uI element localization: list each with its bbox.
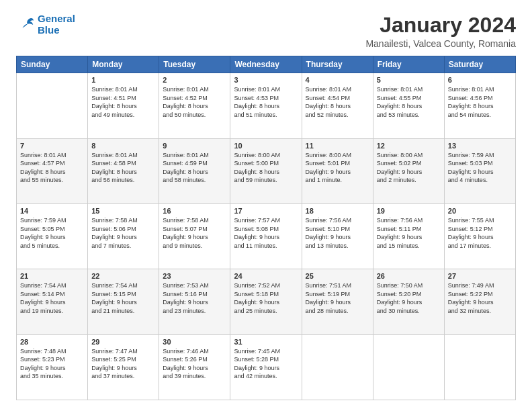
- day-cell: 22Sunrise: 7:54 AM Sunset: 5:15 PM Dayli…: [88, 269, 159, 334]
- day-cell: 15Sunrise: 7:58 AM Sunset: 5:06 PM Dayli…: [88, 203, 159, 269]
- calendar-body: 1Sunrise: 8:01 AM Sunset: 4:51 PM Daylig…: [17, 73, 516, 400]
- day-cell: 10Sunrise: 8:00 AM Sunset: 5:00 PM Dayli…: [230, 138, 302, 203]
- day-cell: 13Sunrise: 7:59 AM Sunset: 5:03 PM Dayli…: [444, 138, 515, 203]
- day-number: 14: [20, 207, 84, 215]
- week-row-1: 7Sunrise: 8:01 AM Sunset: 4:57 PM Daylig…: [17, 138, 516, 203]
- day-number: 18: [306, 207, 369, 215]
- day-number: 20: [448, 207, 512, 215]
- day-info: Sunrise: 8:01 AM Sunset: 4:52 PM Dayligh…: [163, 85, 226, 119]
- day-info: Sunrise: 7:57 AM Sunset: 5:08 PM Dayligh…: [234, 216, 298, 250]
- day-cell: 29Sunrise: 7:47 AM Sunset: 5:25 PM Dayli…: [88, 334, 159, 400]
- day-number: 28: [20, 338, 84, 346]
- day-number: 26: [377, 272, 441, 280]
- day-number: 1: [91, 76, 155, 84]
- page: General Blue January 2024 Manailesti, Va…: [0, 0, 532, 411]
- day-number: 25: [306, 272, 369, 280]
- day-info: Sunrise: 8:01 AM Sunset: 4:59 PM Dayligh…: [163, 151, 226, 185]
- day-info: Sunrise: 8:00 AM Sunset: 5:00 PM Dayligh…: [234, 151, 298, 185]
- day-cell: 4Sunrise: 8:01 AM Sunset: 4:54 PM Daylig…: [302, 73, 373, 138]
- day-info: Sunrise: 7:56 AM Sunset: 5:11 PM Dayligh…: [377, 216, 441, 250]
- day-cell: 19Sunrise: 7:56 AM Sunset: 5:11 PM Dayli…: [373, 203, 444, 269]
- day-info: Sunrise: 7:56 AM Sunset: 5:10 PM Dayligh…: [306, 216, 369, 250]
- logo-icon: [16, 15, 35, 34]
- day-cell: 16Sunrise: 7:58 AM Sunset: 5:07 PM Dayli…: [159, 203, 230, 269]
- day-number: 8: [91, 142, 155, 150]
- location: Manailesti, Valcea County, Romania: [365, 38, 516, 49]
- day-cell: 24Sunrise: 7:52 AM Sunset: 5:18 PM Dayli…: [230, 269, 302, 334]
- header: General Blue January 2024 Manailesti, Va…: [16, 13, 516, 49]
- day-info: Sunrise: 7:47 AM Sunset: 5:25 PM Dayligh…: [91, 347, 155, 381]
- day-info: Sunrise: 8:01 AM Sunset: 4:57 PM Dayligh…: [20, 151, 84, 185]
- day-cell: [373, 334, 444, 400]
- day-info: Sunrise: 8:01 AM Sunset: 4:54 PM Dayligh…: [306, 85, 369, 119]
- day-cell: 12Sunrise: 8:00 AM Sunset: 5:02 PM Dayli…: [373, 138, 444, 203]
- day-info: Sunrise: 7:54 AM Sunset: 5:15 PM Dayligh…: [91, 281, 155, 315]
- day-cell: 30Sunrise: 7:46 AM Sunset: 5:26 PM Dayli…: [159, 334, 230, 400]
- header-cell-wednesday: Wednesday: [230, 56, 302, 73]
- day-cell: [302, 334, 373, 400]
- day-info: Sunrise: 7:58 AM Sunset: 5:07 PM Dayligh…: [163, 216, 226, 250]
- day-number: 7: [20, 142, 84, 150]
- header-row: SundayMondayTuesdayWednesdayThursdayFrid…: [17, 56, 516, 73]
- day-number: 21: [20, 272, 84, 280]
- day-cell: 23Sunrise: 7:53 AM Sunset: 5:16 PM Dayli…: [159, 269, 230, 334]
- day-number: 29: [91, 338, 155, 346]
- day-cell: 8Sunrise: 8:01 AM Sunset: 4:58 PM Daylig…: [88, 138, 159, 203]
- day-number: 23: [163, 272, 226, 280]
- day-number: 19: [377, 207, 441, 215]
- day-cell: 27Sunrise: 7:49 AM Sunset: 5:22 PM Dayli…: [444, 269, 515, 334]
- day-cell: 1Sunrise: 8:01 AM Sunset: 4:51 PM Daylig…: [88, 73, 159, 138]
- day-info: Sunrise: 7:52 AM Sunset: 5:18 PM Dayligh…: [234, 281, 298, 315]
- day-number: 10: [234, 142, 298, 150]
- day-number: 3: [234, 76, 298, 84]
- day-number: 12: [377, 142, 441, 150]
- day-number: 17: [234, 207, 298, 215]
- header-cell-tuesday: Tuesday: [159, 56, 230, 73]
- day-info: Sunrise: 7:59 AM Sunset: 5:03 PM Dayligh…: [448, 151, 512, 185]
- day-info: Sunrise: 8:01 AM Sunset: 4:58 PM Dayligh…: [91, 151, 155, 185]
- day-number: 5: [377, 76, 441, 84]
- day-cell: 17Sunrise: 7:57 AM Sunset: 5:08 PM Dayli…: [230, 203, 302, 269]
- day-number: 27: [448, 272, 512, 280]
- logo: General Blue: [16, 13, 75, 36]
- header-cell-thursday: Thursday: [302, 56, 373, 73]
- day-info: Sunrise: 7:51 AM Sunset: 5:19 PM Dayligh…: [306, 281, 369, 315]
- day-info: Sunrise: 8:00 AM Sunset: 5:02 PM Dayligh…: [377, 151, 441, 185]
- week-row-3: 21Sunrise: 7:54 AM Sunset: 5:14 PM Dayli…: [17, 269, 516, 334]
- month-title: January 2024: [365, 13, 516, 37]
- day-info: Sunrise: 7:46 AM Sunset: 5:26 PM Dayligh…: [163, 347, 226, 381]
- calendar-header: SundayMondayTuesdayWednesdayThursdayFrid…: [17, 56, 516, 73]
- day-cell: 26Sunrise: 7:50 AM Sunset: 5:20 PM Dayli…: [373, 269, 444, 334]
- day-cell: 28Sunrise: 7:48 AM Sunset: 5:23 PM Dayli…: [17, 334, 88, 400]
- day-number: 4: [306, 76, 369, 84]
- day-info: Sunrise: 8:01 AM Sunset: 4:53 PM Dayligh…: [234, 85, 298, 119]
- header-cell-monday: Monday: [88, 56, 159, 73]
- day-number: 2: [163, 76, 226, 84]
- day-info: Sunrise: 7:50 AM Sunset: 5:20 PM Dayligh…: [377, 281, 441, 315]
- logo-text: General Blue: [38, 13, 75, 36]
- week-row-0: 1Sunrise: 8:01 AM Sunset: 4:51 PM Daylig…: [17, 73, 516, 138]
- day-info: Sunrise: 7:54 AM Sunset: 5:14 PM Dayligh…: [20, 281, 84, 315]
- day-number: 13: [448, 142, 512, 150]
- header-cell-saturday: Saturday: [444, 56, 515, 73]
- day-cell: 6Sunrise: 8:01 AM Sunset: 4:56 PM Daylig…: [444, 73, 515, 138]
- day-cell: 25Sunrise: 7:51 AM Sunset: 5:19 PM Dayli…: [302, 269, 373, 334]
- week-row-4: 28Sunrise: 7:48 AM Sunset: 5:23 PM Dayli…: [17, 334, 516, 400]
- header-cell-friday: Friday: [373, 56, 444, 73]
- day-cell: 20Sunrise: 7:55 AM Sunset: 5:12 PM Dayli…: [444, 203, 515, 269]
- day-cell: 14Sunrise: 7:59 AM Sunset: 5:05 PM Dayli…: [17, 203, 88, 269]
- day-number: 9: [163, 142, 226, 150]
- day-info: Sunrise: 8:01 AM Sunset: 4:56 PM Dayligh…: [448, 85, 512, 119]
- day-info: Sunrise: 7:55 AM Sunset: 5:12 PM Dayligh…: [448, 216, 512, 250]
- day-number: 6: [448, 76, 512, 84]
- day-cell: 7Sunrise: 8:01 AM Sunset: 4:57 PM Daylig…: [17, 138, 88, 203]
- day-info: Sunrise: 7:58 AM Sunset: 5:06 PM Dayligh…: [91, 216, 155, 250]
- day-info: Sunrise: 7:59 AM Sunset: 5:05 PM Dayligh…: [20, 216, 84, 250]
- day-info: Sunrise: 8:01 AM Sunset: 4:51 PM Dayligh…: [91, 85, 155, 119]
- week-row-2: 14Sunrise: 7:59 AM Sunset: 5:05 PM Dayli…: [17, 203, 516, 269]
- day-number: 16: [163, 207, 226, 215]
- day-cell: 5Sunrise: 8:01 AM Sunset: 4:55 PM Daylig…: [373, 73, 444, 138]
- day-cell: 18Sunrise: 7:56 AM Sunset: 5:10 PM Dayli…: [302, 203, 373, 269]
- title-block: January 2024 Manailesti, Valcea County, …: [365, 13, 516, 49]
- day-cell: 31Sunrise: 7:45 AM Sunset: 5:28 PM Dayli…: [230, 334, 302, 400]
